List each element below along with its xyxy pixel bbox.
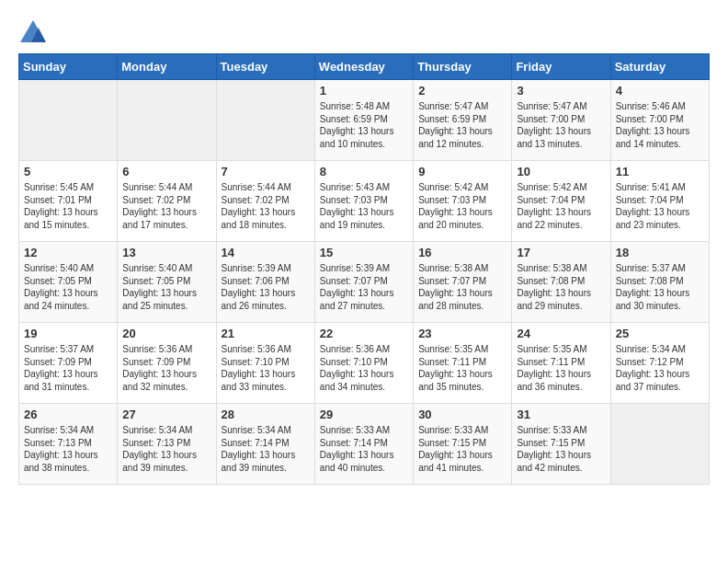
week-row-4: 19Sunrise: 5:37 AM Sunset: 7:09 PM Dayli…: [19, 323, 710, 404]
calendar-cell: 18Sunrise: 5:37 AM Sunset: 7:08 PM Dayli…: [610, 242, 709, 323]
cell-info: Sunrise: 5:33 AM Sunset: 7:15 PM Dayligh…: [517, 424, 605, 474]
calendar-cell: [118, 80, 216, 161]
cell-info: Sunrise: 5:41 AM Sunset: 7:04 PM Dayligh…: [616, 181, 704, 231]
day-number: 30: [418, 408, 506, 421]
day-number: 29: [320, 408, 408, 421]
week-row-2: 5Sunrise: 5:45 AM Sunset: 7:01 PM Daylig…: [19, 161, 710, 242]
logo-icon: [18, 18, 48, 44]
calendar-cell: 5Sunrise: 5:45 AM Sunset: 7:01 PM Daylig…: [19, 161, 118, 242]
calendar-cell: 27Sunrise: 5:34 AM Sunset: 7:13 PM Dayli…: [118, 404, 216, 485]
cell-info: Sunrise: 5:47 AM Sunset: 7:00 PM Dayligh…: [517, 100, 605, 150]
cell-info: Sunrise: 5:40 AM Sunset: 7:05 PM Dayligh…: [24, 262, 112, 312]
calendar-cell: 2Sunrise: 5:47 AM Sunset: 6:59 PM Daylig…: [414, 80, 512, 161]
day-number: 25: [616, 327, 704, 340]
calendar-cell: 21Sunrise: 5:36 AM Sunset: 7:10 PM Dayli…: [216, 323, 314, 404]
day-number: 15: [320, 246, 408, 259]
day-number: 5: [24, 165, 112, 178]
calendar-cell: 15Sunrise: 5:39 AM Sunset: 7:07 PM Dayli…: [314, 242, 413, 323]
day-number: 16: [418, 246, 506, 259]
calendar-cell: 6Sunrise: 5:44 AM Sunset: 7:02 PM Daylig…: [118, 161, 216, 242]
day-number: 21: [222, 327, 310, 340]
day-number: 14: [222, 246, 310, 259]
day-number: 12: [24, 246, 112, 259]
cell-info: Sunrise: 5:36 AM Sunset: 7:10 PM Dayligh…: [222, 343, 310, 393]
calendar-header: SundayMondayTuesdayWednesdayThursdayFrid…: [19, 54, 710, 80]
cell-info: Sunrise: 5:40 AM Sunset: 7:05 PM Dayligh…: [122, 262, 210, 312]
calendar-cell: 12Sunrise: 5:40 AM Sunset: 7:05 PM Dayli…: [19, 242, 118, 323]
day-number: 6: [122, 165, 210, 178]
calendar-cell: [216, 80, 314, 161]
day-number: 27: [122, 408, 210, 421]
calendar-cell: 13Sunrise: 5:40 AM Sunset: 7:05 PM Dayli…: [118, 242, 216, 323]
cell-info: Sunrise: 5:47 AM Sunset: 6:59 PM Dayligh…: [418, 100, 506, 150]
calendar-cell: 10Sunrise: 5:42 AM Sunset: 7:04 PM Dayli…: [512, 161, 610, 242]
calendar-cell: 1Sunrise: 5:48 AM Sunset: 6:59 PM Daylig…: [314, 80, 413, 161]
cell-info: Sunrise: 5:34 AM Sunset: 7:12 PM Dayligh…: [616, 343, 704, 393]
calendar-cell: 11Sunrise: 5:41 AM Sunset: 7:04 PM Dayli…: [610, 161, 709, 242]
week-row-5: 26Sunrise: 5:34 AM Sunset: 7:13 PM Dayli…: [19, 404, 710, 485]
days-of-week-row: SundayMondayTuesdayWednesdayThursdayFrid…: [19, 54, 710, 80]
calendar-cell: 9Sunrise: 5:42 AM Sunset: 7:03 PM Daylig…: [414, 161, 512, 242]
day-number: 22: [320, 327, 408, 340]
calendar-cell: 29Sunrise: 5:33 AM Sunset: 7:14 PM Dayli…: [314, 404, 413, 485]
day-header-monday: Monday: [118, 54, 216, 80]
day-number: 17: [517, 246, 605, 259]
day-number: 8: [320, 165, 408, 178]
day-number: 11: [616, 165, 704, 178]
cell-info: Sunrise: 5:42 AM Sunset: 7:04 PM Dayligh…: [517, 181, 605, 231]
calendar-cell: 19Sunrise: 5:37 AM Sunset: 7:09 PM Dayli…: [19, 323, 118, 404]
week-row-1: 1Sunrise: 5:48 AM Sunset: 6:59 PM Daylig…: [19, 80, 710, 161]
calendar-cell: 26Sunrise: 5:34 AM Sunset: 7:13 PM Dayli…: [19, 404, 118, 485]
day-number: 23: [418, 327, 506, 340]
calendar-cell: [19, 80, 118, 161]
cell-info: Sunrise: 5:35 AM Sunset: 7:11 PM Dayligh…: [517, 343, 605, 393]
cell-info: Sunrise: 5:45 AM Sunset: 7:01 PM Dayligh…: [24, 181, 112, 231]
cell-info: Sunrise: 5:37 AM Sunset: 7:08 PM Dayligh…: [616, 262, 704, 312]
cell-info: Sunrise: 5:44 AM Sunset: 7:02 PM Dayligh…: [122, 181, 210, 231]
day-number: 13: [122, 246, 210, 259]
day-header-friday: Friday: [512, 54, 610, 80]
calendar-cell: 8Sunrise: 5:43 AM Sunset: 7:03 PM Daylig…: [314, 161, 413, 242]
day-number: 1: [320, 84, 408, 98]
calendar-cell: 4Sunrise: 5:46 AM Sunset: 7:00 PM Daylig…: [610, 80, 709, 161]
calendar-cell: 22Sunrise: 5:36 AM Sunset: 7:10 PM Dayli…: [314, 323, 413, 404]
cell-info: Sunrise: 5:43 AM Sunset: 7:03 PM Dayligh…: [320, 181, 408, 231]
calendar-cell: 17Sunrise: 5:38 AM Sunset: 7:08 PM Dayli…: [512, 242, 610, 323]
calendar-cell: 28Sunrise: 5:34 AM Sunset: 7:14 PM Dayli…: [216, 404, 314, 485]
day-number: 26: [24, 408, 112, 421]
calendar-cell: 7Sunrise: 5:44 AM Sunset: 7:02 PM Daylig…: [216, 161, 314, 242]
day-number: 7: [222, 165, 310, 178]
calendar-cell: 25Sunrise: 5:34 AM Sunset: 7:12 PM Dayli…: [610, 323, 709, 404]
cell-info: Sunrise: 5:46 AM Sunset: 7:00 PM Dayligh…: [616, 100, 704, 150]
cell-info: Sunrise: 5:33 AM Sunset: 7:15 PM Dayligh…: [418, 424, 506, 474]
cell-info: Sunrise: 5:34 AM Sunset: 7:13 PM Dayligh…: [24, 424, 112, 474]
calendar-cell: 16Sunrise: 5:38 AM Sunset: 7:07 PM Dayli…: [414, 242, 512, 323]
calendar-table: SundayMondayTuesdayWednesdayThursdayFrid…: [18, 53, 710, 485]
cell-info: Sunrise: 5:35 AM Sunset: 7:11 PM Dayligh…: [418, 343, 506, 393]
cell-info: Sunrise: 5:42 AM Sunset: 7:03 PM Dayligh…: [418, 181, 506, 231]
cell-info: Sunrise: 5:33 AM Sunset: 7:14 PM Dayligh…: [320, 424, 408, 474]
week-row-3: 12Sunrise: 5:40 AM Sunset: 7:05 PM Dayli…: [19, 242, 710, 323]
day-number: 18: [616, 246, 704, 259]
day-number: 24: [517, 327, 605, 340]
cell-info: Sunrise: 5:38 AM Sunset: 7:08 PM Dayligh…: [517, 262, 605, 312]
day-header-saturday: Saturday: [610, 54, 709, 80]
cell-info: Sunrise: 5:48 AM Sunset: 6:59 PM Dayligh…: [320, 100, 408, 150]
page-header: [18, 18, 710, 44]
day-number: 28: [222, 408, 310, 421]
day-number: 4: [616, 84, 704, 98]
logo: [18, 18, 51, 44]
day-number: 9: [418, 165, 506, 178]
calendar-cell: 14Sunrise: 5:39 AM Sunset: 7:06 PM Dayli…: [216, 242, 314, 323]
cell-info: Sunrise: 5:39 AM Sunset: 7:06 PM Dayligh…: [222, 262, 310, 312]
calendar-cell: 20Sunrise: 5:36 AM Sunset: 7:09 PM Dayli…: [118, 323, 216, 404]
day-header-sunday: Sunday: [19, 54, 118, 80]
cell-info: Sunrise: 5:36 AM Sunset: 7:09 PM Dayligh…: [122, 343, 210, 393]
calendar-cell: 23Sunrise: 5:35 AM Sunset: 7:11 PM Dayli…: [414, 323, 512, 404]
cell-info: Sunrise: 5:44 AM Sunset: 7:02 PM Dayligh…: [222, 181, 310, 231]
day-number: 20: [122, 327, 210, 340]
day-number: 19: [24, 327, 112, 340]
calendar-cell: [610, 404, 709, 485]
calendar-cell: 24Sunrise: 5:35 AM Sunset: 7:11 PM Dayli…: [512, 323, 610, 404]
calendar-body: 1Sunrise: 5:48 AM Sunset: 6:59 PM Daylig…: [19, 80, 710, 485]
